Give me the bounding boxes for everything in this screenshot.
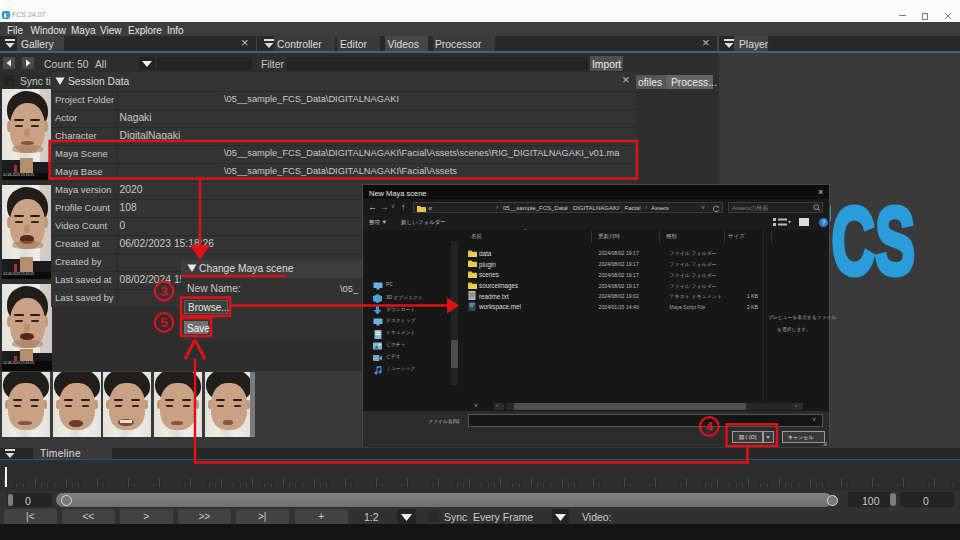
svg-text:5: 5 bbox=[160, 315, 168, 330]
svg-text:4: 4 bbox=[706, 419, 714, 434]
svg-text:3: 3 bbox=[160, 284, 168, 299]
